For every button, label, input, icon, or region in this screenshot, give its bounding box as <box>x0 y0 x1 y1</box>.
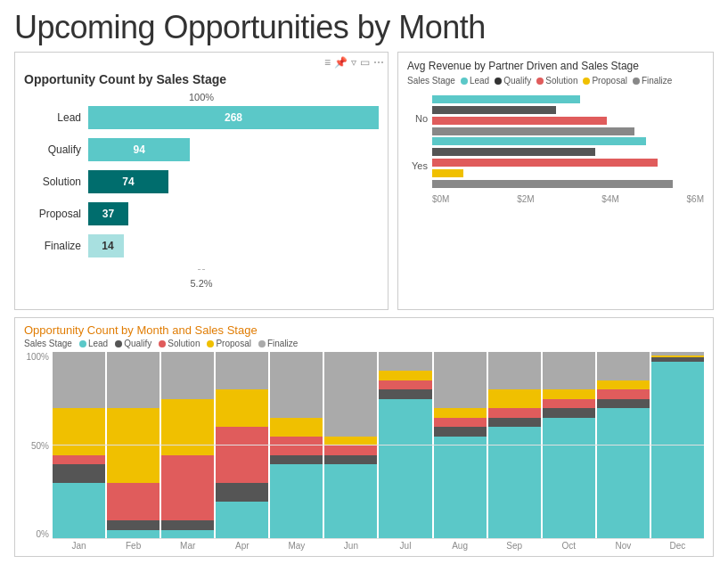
pin-icon[interactable]: 📌 <box>334 56 348 69</box>
stacked-seg <box>161 520 214 530</box>
gridline <box>53 538 704 539</box>
stacked-seg <box>379 399 431 540</box>
x-label: Nov <box>597 541 650 551</box>
stacked-col <box>161 352 214 539</box>
legend-text-finalize: Finalize <box>642 76 672 86</box>
stacked-col <box>107 352 160 539</box>
stacked-col <box>543 352 595 539</box>
bar-percent-note: 5.2% <box>24 278 379 289</box>
legend-dot-qualify <box>495 78 502 85</box>
drag-icon[interactable]: ≡ <box>324 56 331 69</box>
y-axis-label: 100% <box>24 352 49 362</box>
stacked-seg <box>107 520 160 530</box>
x-label: Jun <box>324 541 377 551</box>
stacked-seg <box>53 352 105 408</box>
stacked-seg <box>379 380 431 390</box>
h-bar-row <box>432 105 704 115</box>
dashboard-page: Upcoming Opportunities by Month ≡ 📌 ▿ ▭ … <box>0 0 728 564</box>
h-group-label: Yes <box>407 160 428 171</box>
stacked-seg <box>597 408 650 539</box>
bottom-legend-proposal: Proposal <box>207 339 250 348</box>
bottom-dot-proposal <box>207 340 214 347</box>
bottom-dot-lead <box>79 340 86 347</box>
h-bar <box>432 169 463 177</box>
stacked-seg <box>216 427 268 483</box>
stacked-seg <box>488 408 541 418</box>
x-label: Jan <box>53 541 105 551</box>
h-bar <box>432 117 607 125</box>
stacked-seg <box>270 464 323 539</box>
stacked-seg <box>216 502 268 539</box>
stacked-seg <box>597 389 650 399</box>
stacked-seg <box>488 389 541 408</box>
h-bar-row <box>432 116 704 126</box>
bar-outer: 74 <box>88 170 379 193</box>
stacked-seg <box>324 352 377 437</box>
stacked-seg <box>53 464 105 483</box>
stacked-seg <box>216 352 268 389</box>
legend-text-lead: Lead <box>470 76 489 86</box>
stacked-seg <box>434 437 487 540</box>
h-group <box>432 136 704 189</box>
bar-fill: 37 <box>88 202 128 225</box>
left-card-title: Opportunity Count by Sales Stage <box>24 72 379 86</box>
h-bar-row <box>432 94 704 104</box>
bar-label: Finalize <box>24 240 88 252</box>
stacked-seg <box>270 455 323 465</box>
stacked-col <box>216 352 268 539</box>
bar-fill: 268 <box>88 106 379 129</box>
h-bar <box>432 148 595 156</box>
h-bar <box>432 127 634 135</box>
bar-row: Proposal37 <box>24 200 379 227</box>
page-title: Upcoming Opportunities by Month <box>14 9 714 46</box>
expand-icon[interactable]: ▭ <box>360 56 370 69</box>
y-axis-label: 0% <box>24 529 49 539</box>
stacked-seg <box>434 427 487 437</box>
legend-text-solution: Solution <box>545 76 577 86</box>
legend-dot-solution <box>536 78 544 85</box>
legend-dot-proposal <box>583 78 590 85</box>
bar-outer: 37 <box>88 202 379 225</box>
stacked-seg <box>651 362 704 540</box>
filter-icon[interactable]: ▿ <box>351 56 356 69</box>
legend-label: Sales Stage <box>407 76 455 86</box>
bar-outer: 94 <box>88 138 379 161</box>
bar-value: 14 <box>102 240 113 252</box>
stacked-seg <box>379 352 431 371</box>
x-label: Feb <box>107 541 160 551</box>
bar-label: Lead <box>24 111 88 124</box>
bottom-legend-qualify: Qualify <box>115 339 151 348</box>
stacked-seg <box>543 389 595 399</box>
stacked-seg <box>488 352 541 389</box>
bottom-dot-finalize <box>258 340 266 347</box>
bar-row: Solution74 <box>24 168 379 195</box>
stacked-seg <box>434 408 487 418</box>
bottom-legend-lead: Lead <box>79 339 108 348</box>
more-icon[interactable]: ⋯ <box>373 56 384 69</box>
bottom-text-finalize: Finalize <box>267 339 298 348</box>
stacked-col <box>651 352 704 539</box>
stacked-seg <box>434 418 487 428</box>
h-bar <box>432 106 556 114</box>
stacked-seg <box>107 408 160 483</box>
top-row: ≡ 📌 ▿ ▭ ⋯ Opportunity Count by Sales Sta… <box>14 52 714 310</box>
legend-solution: Solution <box>536 76 577 86</box>
stacked-chart-area: 100%50%0%JanFebMarAprMayJunJulAugSepOctN… <box>24 352 704 551</box>
bar-outer: 268 <box>88 106 379 129</box>
bar-fill: 14 <box>88 234 124 257</box>
stacked-seg <box>270 352 323 418</box>
stacked-seg <box>543 399 595 409</box>
stacked-seg <box>543 418 595 540</box>
right-card: Avg Revenue by Partner Driven and Sales … <box>397 52 714 310</box>
avg-rev-legend: Sales Stage Lead Qualify Solution Propos… <box>407 76 704 86</box>
card-toolbar: ≡ 📌 ▿ ▭ ⋯ <box>324 56 384 69</box>
x-axis-label: $4M <box>601 194 618 204</box>
x-label: Jul <box>379 541 431 551</box>
stacked-seg <box>543 352 595 389</box>
stacked-seg <box>161 455 214 521</box>
stacked-seg <box>597 380 650 390</box>
stacked-seg <box>270 437 323 455</box>
legend-dot-lead <box>461 78 468 85</box>
h-group-label: No <box>407 113 428 124</box>
bottom-text-lead: Lead <box>88 339 108 348</box>
